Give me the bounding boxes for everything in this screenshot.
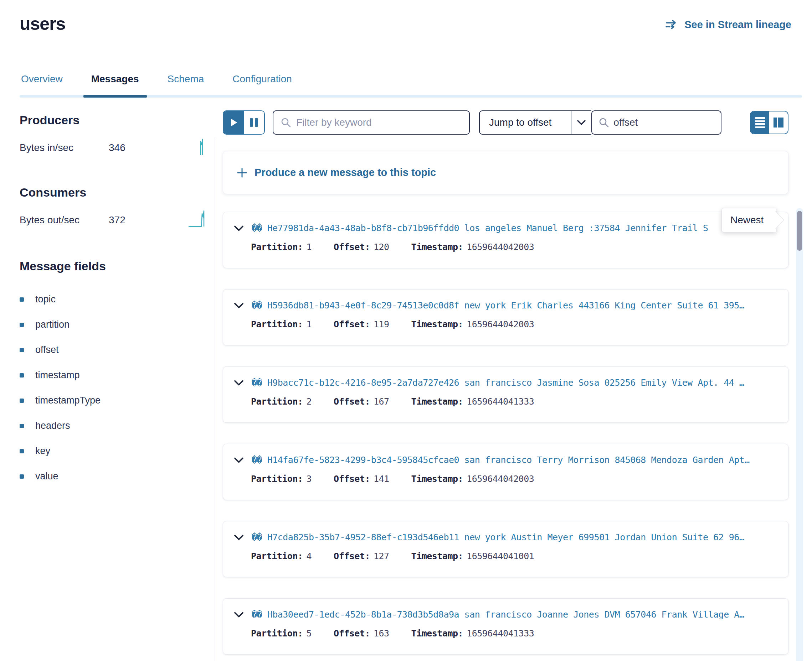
plus-icon: [237, 168, 247, 178]
message-list: �� He77981da-4a43-48ab-b8f8-cb71b96ffdd0…: [223, 212, 788, 655]
timestamp-label: Timestamp:: [412, 396, 463, 407]
message-key-value[interactable]: �� H7cda825b-35b7-4952-88ef-c193d546eb11…: [251, 532, 744, 543]
producers-metric-row: Bytes in/sec 346: [19, 138, 205, 158]
newest-tooltip: Newest: [721, 208, 776, 232]
message-fields-list: topic partition offset timestamp timesta…: [19, 287, 205, 489]
play-pause-control: [223, 110, 265, 135]
message-field-item-offset[interactable]: offset: [19, 337, 205, 362]
message-field-item-timestamptype[interactable]: timestampType: [19, 388, 205, 413]
field-bullet-icon: [19, 373, 24, 377]
message-field-item-timestamp[interactable]: timestamp: [19, 362, 205, 388]
timestamp-label: Timestamp:: [412, 551, 463, 561]
offset-value: 141: [373, 474, 389, 484]
offset-value: 163: [373, 628, 389, 639]
message-meta: Partition:1 Offset:119 Timestamp:1659644…: [234, 319, 780, 329]
partition-value: 2: [307, 396, 312, 407]
produce-message-button[interactable]: Produce a new message to this topic: [223, 151, 788, 194]
expand-chevron-icon[interactable]: [234, 302, 244, 309]
message-field-item-headers[interactable]: headers: [19, 413, 205, 438]
partition-label: Partition:: [251, 628, 303, 639]
producers-sparkline-icon: [193, 138, 205, 158]
tab-messages[interactable]: Messages: [90, 70, 141, 97]
pause-button[interactable]: [244, 111, 264, 134]
produce-message-label: Produce a new message to this topic: [255, 167, 436, 179]
pause-icon: [250, 118, 258, 127]
timestamp-value: 1659644042003: [467, 474, 534, 484]
filter-keyword-input[interactable]: Filter by keyword: [273, 110, 470, 135]
message-meta: Partition:5 Offset:163 Timestamp:1659644…: [234, 628, 780, 639]
expand-chevron-icon[interactable]: [234, 612, 244, 618]
offset-value: 120: [373, 242, 389, 252]
partition-value: 5: [307, 628, 312, 639]
tab-schema[interactable]: Schema: [166, 70, 206, 97]
expand-chevron-icon[interactable]: [234, 534, 244, 541]
partition-label: Partition:: [251, 396, 303, 407]
timestamp-value: 1659644042003: [467, 319, 534, 329]
column-view-button[interactable]: [769, 112, 788, 134]
consumers-sparkline-icon: [188, 210, 205, 230]
message-field-item-value[interactable]: value: [19, 464, 205, 489]
stream-lineage-label: See in Stream lineage: [684, 19, 791, 30]
bytes-in-value: 346: [109, 142, 155, 153]
message-field-item-key[interactable]: key: [19, 438, 205, 464]
offset-label: Offset:: [334, 551, 370, 561]
bytes-out-label: Bytes out/sec: [19, 214, 109, 226]
partition-label: Partition:: [251, 551, 303, 561]
scrollbar-thumb[interactable]: [797, 211, 802, 251]
message-field-item-topic[interactable]: topic: [19, 287, 205, 312]
message-card: �� H9bacc71c-b12c-4216-8e95-2a7da727e426…: [223, 366, 788, 423]
play-button[interactable]: [224, 111, 244, 134]
expand-chevron-icon[interactable]: [234, 380, 244, 386]
partition-label: Partition:: [251, 319, 303, 329]
message-key-value[interactable]: �� H5936db81-b943-4e0f-8c29-74513e0c0d8f…: [251, 300, 744, 311]
scrollbar-track[interactable]: [796, 208, 803, 661]
message-card: �� H14fa67fe-5823-4299-b3c4-595845cfcae0…: [223, 444, 788, 500]
offset-label: Offset:: [334, 242, 370, 252]
timestamp-value: 1659644041333: [467, 396, 534, 407]
view-mode-toggle: [750, 111, 788, 134]
expand-chevron-icon[interactable]: [234, 225, 244, 232]
offset-value: 127: [373, 551, 389, 561]
list-view-button[interactable]: [751, 112, 769, 134]
tab-row: Overview Messages Schema Configuration: [19, 70, 802, 97]
expand-chevron-icon[interactable]: [234, 457, 244, 463]
message-field-item-partition[interactable]: partition: [19, 312, 205, 337]
message-card: �� He77981da-4a43-48ab-b8f8-cb71b96ffdd0…: [223, 212, 788, 268]
timestamp-label: Timestamp:: [412, 474, 463, 484]
message-key-value[interactable]: �� Hba30eed7-1edc-452b-8b1a-738d3b5d8a9a…: [251, 609, 744, 620]
timestamp-label: Timestamp:: [412, 319, 463, 329]
bytes-out-value: 372: [109, 214, 155, 226]
sidebar: Producers Bytes in/sec 346 Consumers Byt…: [19, 113, 205, 489]
tab-configuration[interactable]: Configuration: [231, 70, 293, 97]
message-key-value[interactable]: �� H9bacc71c-b12c-4216-8e95-2a7da727e426…: [251, 377, 744, 388]
timestamp-value: 1659644041333: [467, 628, 534, 639]
filter-placeholder: Filter by keyword: [296, 117, 372, 128]
stream-lineage-link[interactable]: See in Stream lineage: [665, 19, 791, 30]
newest-tooltip-label: Newest: [730, 214, 764, 226]
tab-overview[interactable]: Overview: [19, 70, 64, 97]
jump-to-offset-select[interactable]: Jump to offset: [479, 110, 591, 135]
jump-to-offset-value: Jump to offset: [480, 117, 571, 128]
field-bullet-icon: [19, 348, 24, 352]
search-icon: [280, 117, 291, 128]
message-meta: Partition:4 Offset:127 Timestamp:1659644…: [234, 551, 780, 561]
partition-value: 1: [307, 242, 312, 252]
stream-lineage-icon: [665, 19, 679, 30]
consumers-heading: Consumers: [19, 185, 205, 200]
partition-label: Partition:: [251, 242, 303, 252]
field-bullet-icon: [19, 424, 24, 428]
offset-label: Offset:: [334, 319, 370, 329]
consumers-metric-row: Bytes out/sec 372: [19, 210, 205, 230]
timestamp-label: Timestamp:: [412, 242, 463, 252]
message-fields-heading: Message fields: [19, 259, 205, 273]
offset-search-icon: [599, 117, 609, 128]
offset-label: Offset:: [334, 628, 370, 639]
partition-value: 4: [307, 551, 312, 561]
chevron-down-icon: [571, 111, 591, 134]
bytes-in-label: Bytes in/sec: [19, 142, 109, 153]
message-key-value[interactable]: �� H14fa67fe-5823-4299-b3c4-595845cfcae0…: [251, 455, 750, 465]
topic-page: users See in Stream lineage Overview Mes…: [0, 0, 812, 661]
offset-input-value: offset: [613, 117, 638, 128]
offset-search-input[interactable]: offset: [591, 110, 721, 135]
message-key-value[interactable]: �� He77981da-4a43-48ab-b8f8-cb71b96ffdd0…: [251, 223, 708, 233]
